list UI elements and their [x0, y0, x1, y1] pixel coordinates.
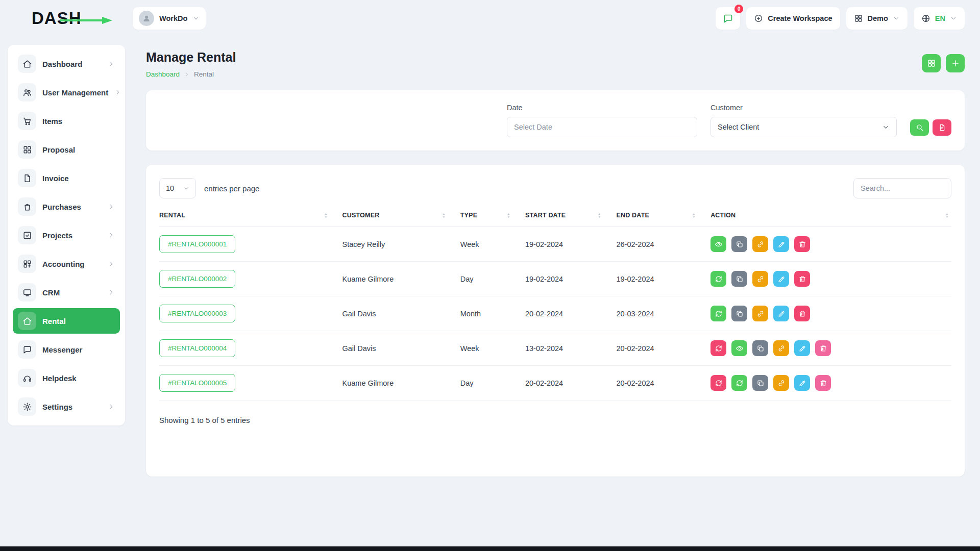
sidebar-item-accounting[interactable]: Accounting — [13, 251, 120, 277]
start-date-cell: 20-02-2024 — [525, 296, 616, 331]
edit-button[interactable] — [773, 306, 789, 321]
rental-number-link[interactable]: #RENTALO000005 — [159, 374, 235, 392]
edit-button[interactable] — [794, 340, 810, 356]
create-workspace-button[interactable]: Create Workspace — [746, 7, 840, 30]
delete-button[interactable] — [815, 375, 831, 391]
delete-button[interactable] — [794, 271, 810, 287]
chevron-right-icon — [108, 60, 115, 67]
sidebar-item-settings[interactable]: Settings — [13, 394, 120, 419]
home-icon — [22, 316, 32, 326]
sidebar-nav: DashboardUser ManagementItemsProposalInv… — [13, 51, 120, 419]
rental-number-link[interactable]: #RENTALO000002 — [159, 270, 235, 288]
date-label: Date — [507, 104, 697, 112]
column-header-action[interactable]: ACTION — [710, 212, 951, 227]
sidebar-item-rental[interactable]: Rental — [13, 308, 120, 334]
workspace-demo-button[interactable]: Demo — [846, 7, 908, 30]
check-square-icon-box — [18, 226, 36, 244]
start-date-cell: 13-02-2024 — [525, 331, 616, 366]
file-icon-box — [18, 169, 36, 187]
sidebar-item-label: Projects — [42, 231, 72, 240]
duplicate-button[interactable] — [731, 271, 747, 287]
entries-per-page-select[interactable]: 10 — [159, 178, 196, 198]
page-head-actions — [922, 54, 965, 72]
chevron-down-icon — [192, 15, 200, 22]
messages-button[interactable]: 0 — [716, 7, 740, 30]
filter-buttons — [910, 119, 951, 136]
column-header-start-date[interactable]: START DATE — [525, 212, 616, 227]
create-rental-button[interactable] — [946, 54, 965, 72]
link-icon — [777, 379, 786, 387]
sidebar-item-messenger[interactable]: Messenger — [13, 337, 120, 362]
sidebar-item-helpdesk[interactable]: Helpdesk — [13, 365, 120, 391]
date-field: Date — [507, 104, 697, 137]
return-button[interactable] — [710, 375, 726, 391]
gear-icon — [22, 402, 32, 412]
sidebar-item-label: Rental — [42, 317, 66, 325]
table-search-input[interactable] — [853, 178, 951, 198]
layout-icon-box — [18, 140, 36, 159]
convert-button[interactable] — [710, 271, 726, 287]
edit-button[interactable] — [794, 375, 810, 391]
language-button[interactable]: EN — [914, 7, 965, 30]
sidebar-item-proposal[interactable]: Proposal — [13, 137, 120, 162]
sidebar-item-invoice[interactable]: Invoice — [13, 165, 120, 191]
grid-view-button[interactable] — [922, 54, 941, 72]
convert-button[interactable] — [710, 306, 726, 321]
duplicate-button[interactable] — [752, 340, 768, 356]
breadcrumb-dashboard-link[interactable]: Dashboard — [146, 70, 180, 78]
rental-number-link[interactable]: #RENTALO000001 — [159, 235, 235, 253]
duplicate-button[interactable] — [731, 236, 747, 252]
customer-select[interactable]: Select Client — [710, 117, 897, 137]
sidebar-item-purchases[interactable]: Purchases — [13, 194, 120, 219]
users-icon-box — [18, 83, 36, 102]
refresh-icon — [736, 379, 744, 387]
sidebar-item-projects[interactable]: Projects — [13, 222, 120, 248]
view-button[interactable] — [710, 236, 726, 252]
column-header-rental[interactable]: RENTAL — [159, 212, 342, 227]
entries-summary: Showing 1 to 5 of 5 entries — [159, 416, 951, 424]
column-header-customer[interactable]: CUSTOMER — [342, 212, 460, 227]
chat-icon-box — [18, 340, 36, 359]
copy-link-button[interactable] — [752, 271, 768, 287]
convert-button[interactable] — [731, 375, 747, 391]
copy-link-button[interactable] — [752, 236, 768, 252]
sort-icon — [596, 212, 603, 219]
grid-plus-icon — [22, 259, 32, 269]
table-toolbar: 10 entries per page — [159, 178, 951, 198]
page-head: Manage Rental Dashboard Rental — [146, 50, 965, 78]
type-cell: Day — [460, 366, 525, 400]
edit-button[interactable] — [773, 236, 789, 252]
rental-number-link[interactable]: #RENTALO000004 — [159, 339, 235, 357]
delete-button[interactable] — [815, 340, 831, 356]
copy-link-button[interactable] — [773, 340, 789, 356]
view-button[interactable] — [731, 340, 747, 356]
entries-per-page-value: 10 — [166, 184, 174, 192]
date-input[interactable] — [507, 117, 697, 137]
sort-icon — [691, 212, 697, 219]
copy-link-button[interactable] — [773, 375, 789, 391]
reset-filter-button[interactable] — [933, 119, 951, 136]
column-header-end-date[interactable]: END DATE — [616, 212, 710, 227]
customer-select-value: Select Client — [718, 123, 759, 131]
main-content: Manage Rental Dashboard Rental Date — [125, 37, 980, 477]
delete-button[interactable] — [794, 306, 810, 321]
rental-row: #RENTALO000002Kuame GilmoreDay19-02-2024… — [159, 262, 951, 296]
sidebar-item-dashboard[interactable]: Dashboard — [13, 51, 120, 77]
copy-link-button[interactable] — [752, 306, 768, 321]
delete-button[interactable] — [794, 236, 810, 252]
trash-icon — [798, 310, 806, 318]
rental-number-link[interactable]: #RENTALO000003 — [159, 305, 235, 322]
column-header-type[interactable]: TYPE — [460, 212, 525, 227]
duplicate-button[interactable] — [731, 306, 747, 321]
edit-button[interactable] — [773, 271, 789, 287]
user-avatar-icon — [142, 14, 151, 23]
sidebar-item-crm[interactable]: CRM — [13, 280, 120, 305]
duplicate-button[interactable] — [752, 375, 768, 391]
return-button[interactable] — [710, 340, 726, 356]
sidebar-item-items[interactable]: Items — [13, 108, 120, 134]
workspace-switcher[interactable]: WorkDo — [133, 7, 206, 30]
sort-icon — [944, 212, 950, 219]
copy-icon — [756, 379, 765, 387]
sidebar-item-user-management[interactable]: User Management — [13, 80, 120, 105]
apply-filter-button[interactable] — [910, 119, 929, 136]
